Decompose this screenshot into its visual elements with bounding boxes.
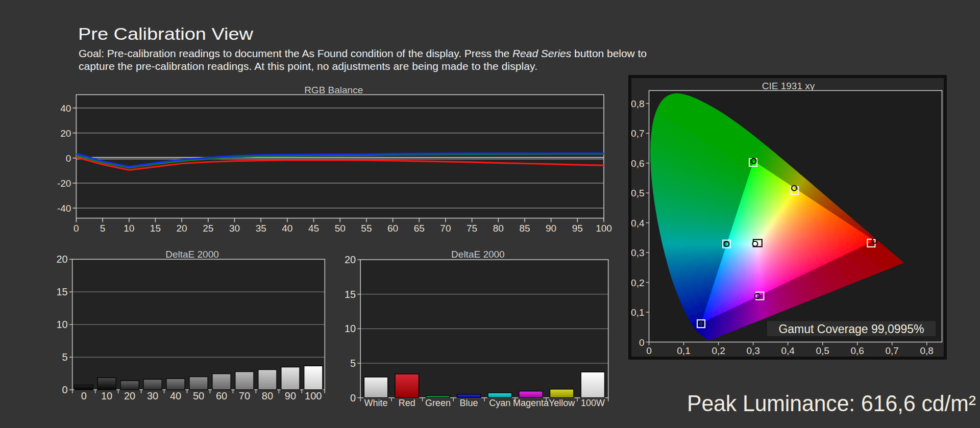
svg-text:40: 40 xyxy=(170,390,181,401)
svg-text:100: 100 xyxy=(305,390,322,401)
svg-text:50: 50 xyxy=(335,223,346,234)
svg-text:Peak Luminance: 616,6 cd/m²: Peak Luminance: 616,6 cd/m² xyxy=(687,391,976,416)
svg-text:0,5: 0,5 xyxy=(816,345,829,356)
svg-text:10: 10 xyxy=(101,390,112,401)
svg-text:0,1: 0,1 xyxy=(677,345,690,356)
svg-text:60: 60 xyxy=(387,223,398,234)
svg-text:-40: -40 xyxy=(57,203,71,214)
svg-text:Red: Red xyxy=(399,398,415,408)
svg-text:0,6: 0,6 xyxy=(631,158,644,169)
svg-text:0,2: 0,2 xyxy=(712,345,725,356)
svg-text:0: 0 xyxy=(74,223,79,234)
svg-text:40: 40 xyxy=(282,223,292,234)
svg-text:capture the pre-calibration re: capture the pre-calibration readings. At… xyxy=(79,60,537,72)
svg-text:10: 10 xyxy=(124,223,134,234)
svg-text:30: 30 xyxy=(147,390,158,401)
svg-text:25: 25 xyxy=(203,223,213,234)
svg-text:70: 70 xyxy=(239,390,250,401)
svg-text:0: 0 xyxy=(66,153,71,164)
svg-text:0,7: 0,7 xyxy=(885,345,898,356)
svg-text:10: 10 xyxy=(345,323,356,334)
svg-text:-20: -20 xyxy=(57,178,71,189)
svg-text:15: 15 xyxy=(150,223,161,234)
svg-text:10: 10 xyxy=(56,319,67,330)
svg-text:15: 15 xyxy=(345,289,356,300)
svg-text:Cyan: Cyan xyxy=(489,398,510,408)
svg-text:0: 0 xyxy=(350,392,356,404)
svg-text:0,4: 0,4 xyxy=(781,345,795,356)
svg-text:RGB Balance: RGB Balance xyxy=(304,85,363,95)
svg-text:Green: Green xyxy=(425,398,451,408)
svg-text:40: 40 xyxy=(60,103,71,114)
svg-text:100: 100 xyxy=(596,223,612,234)
svg-text:0,5: 0,5 xyxy=(631,188,644,198)
svg-text:50: 50 xyxy=(193,390,204,401)
svg-text:Magenta: Magenta xyxy=(513,398,549,408)
svg-text:0: 0 xyxy=(639,337,645,348)
svg-text:0,8: 0,8 xyxy=(631,98,644,109)
svg-text:30: 30 xyxy=(229,223,240,234)
svg-text:0,2: 0,2 xyxy=(631,278,644,288)
svg-text:65: 65 xyxy=(414,223,425,234)
svg-text:80: 80 xyxy=(262,390,273,401)
svg-text:95: 95 xyxy=(572,223,583,234)
svg-text:35: 35 xyxy=(256,223,266,234)
svg-text:Yellow: Yellow xyxy=(549,398,575,408)
svg-text:20: 20 xyxy=(177,223,187,234)
svg-text:0,3: 0,3 xyxy=(631,247,644,258)
svg-text:85: 85 xyxy=(519,223,530,234)
svg-text:5: 5 xyxy=(100,223,106,234)
svg-text:0,6: 0,6 xyxy=(850,345,864,356)
svg-text:White: White xyxy=(364,398,387,408)
svg-text:100W: 100W xyxy=(581,398,605,408)
svg-text:20: 20 xyxy=(345,254,356,265)
svg-text:DeltaE 2000: DeltaE 2000 xyxy=(165,249,219,260)
svg-text:0,7: 0,7 xyxy=(631,128,644,139)
svg-text:Blue: Blue xyxy=(460,398,478,408)
svg-text:0,8: 0,8 xyxy=(920,345,933,356)
svg-text:0: 0 xyxy=(81,390,87,401)
svg-text:0: 0 xyxy=(62,384,68,395)
svg-text:Gamut Coverage 99,0995%: Gamut Coverage 99,0995% xyxy=(778,322,924,336)
svg-text:60: 60 xyxy=(216,390,227,401)
svg-text:0: 0 xyxy=(646,345,652,356)
svg-text:75: 75 xyxy=(467,223,477,234)
svg-text:0,4: 0,4 xyxy=(631,218,645,229)
svg-text:Goal: Pre-calibration readings: Goal: Pre-calibration readings to docume… xyxy=(79,47,647,59)
svg-text:0,1: 0,1 xyxy=(631,307,644,318)
svg-text:20: 20 xyxy=(56,254,67,265)
svg-text:20: 20 xyxy=(124,390,135,401)
svg-text:DeltaE 2000: DeltaE 2000 xyxy=(451,249,505,260)
svg-text:15: 15 xyxy=(56,286,67,297)
svg-text:20: 20 xyxy=(60,128,71,139)
svg-text:55: 55 xyxy=(361,223,372,234)
svg-text:0,3: 0,3 xyxy=(746,345,760,356)
svg-text:Pre Calibration View: Pre Calibration View xyxy=(78,24,253,43)
svg-text:70: 70 xyxy=(440,223,451,234)
svg-text:90: 90 xyxy=(546,223,556,234)
svg-text:90: 90 xyxy=(285,390,296,401)
svg-text:5: 5 xyxy=(62,351,68,363)
svg-text:CIE 1931 xy: CIE 1931 xy xyxy=(762,81,815,91)
svg-text:45: 45 xyxy=(308,223,319,234)
svg-text:5: 5 xyxy=(350,358,356,369)
svg-text:80: 80 xyxy=(493,223,504,234)
